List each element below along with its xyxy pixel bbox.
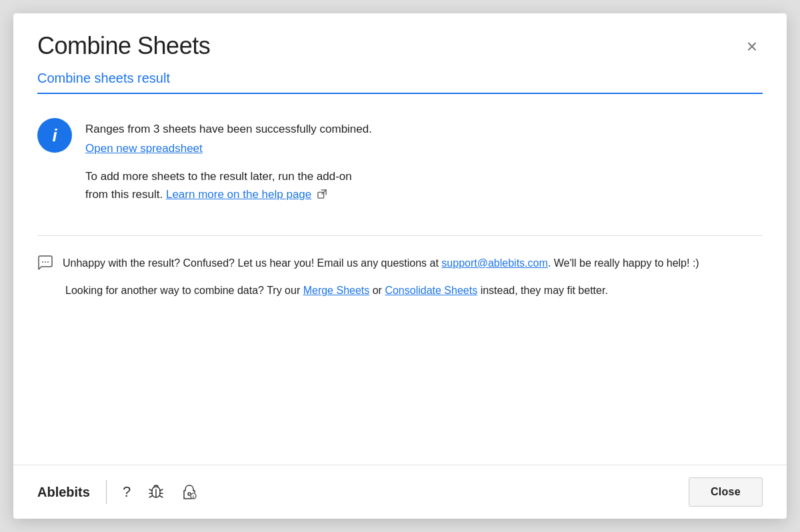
info-box: i Ranges from 3 sheets have been success… [37, 118, 763, 203]
combine-sheets-result-tab[interactable]: Combine sheets result [37, 71, 170, 93]
info-content: Ranges from 3 sheets have been successfu… [85, 118, 372, 203]
bug-report-button[interactable] [145, 481, 167, 503]
dialog-header: Combine Sheets × [13, 13, 787, 60]
footer-divider [106, 480, 107, 504]
feedback-row: Unhappy with the result? Confused? Let u… [37, 255, 763, 272]
dialog-footer: Ablebits ? [13, 465, 787, 519]
help-button[interactable]: ? [120, 481, 133, 503]
chat-icon [37, 255, 53, 271]
open-spreadsheet-link[interactable]: Open new spreadsheet [85, 142, 203, 155]
svg-line-9 [149, 496, 152, 497]
svg-line-10 [160, 496, 163, 497]
learn-more-link[interactable]: Learn more on the help page [166, 188, 311, 201]
feedback-text: Unhappy with the result? Confused? Let u… [63, 255, 699, 272]
svg-point-4 [47, 261, 49, 263]
svg-point-3 [45, 261, 46, 263]
feedback-section: Unhappy with the result? Confused? Let u… [37, 235, 763, 299]
privacy-button[interactable]: i [179, 481, 200, 503]
support-email-link[interactable]: support@ablebits.com [441, 257, 547, 269]
brand-name: Ablebits [37, 485, 90, 500]
merge-sheets-link[interactable]: Merge Sheets [303, 285, 370, 296]
footer-icons: ? [120, 481, 200, 503]
privacy-icon: i [181, 484, 197, 500]
svg-text:i: i [193, 495, 194, 499]
footer-left: Ablebits ? [37, 480, 200, 504]
svg-line-6 [160, 489, 163, 491]
alternative-text: Looking for another way to combine data?… [37, 282, 763, 299]
external-link-icon [317, 189, 327, 199]
dialog-close-button[interactable]: × [741, 35, 763, 59]
secondary-info: To add more sheets to the result later, … [85, 167, 372, 203]
info-icon: i [37, 118, 72, 153]
close-button[interactable]: Close [689, 477, 763, 507]
consolidate-sheets-link[interactable]: Consolidate Sheets [385, 285, 477, 296]
bug-icon [148, 484, 164, 500]
svg-line-5 [149, 489, 152, 491]
svg-point-2 [42, 261, 43, 263]
dialog-title: Combine Sheets [37, 32, 210, 60]
dialog-body: i Ranges from 3 sheets have been success… [13, 94, 787, 465]
combine-sheets-dialog: Combine Sheets × Combine sheets result i… [13, 13, 787, 519]
tab-section: Combine sheets result [13, 60, 787, 94]
success-message: Ranges from 3 sheets have been successfu… [85, 121, 372, 138]
